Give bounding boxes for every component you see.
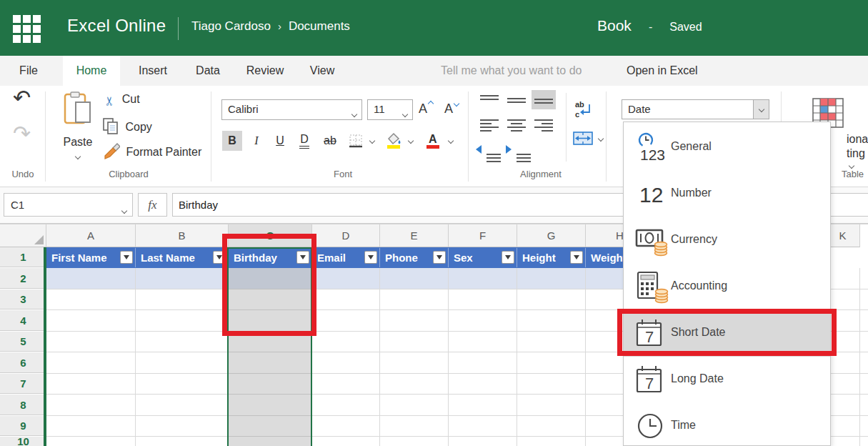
row-header-3[interactable]: 3 bbox=[0, 289, 46, 309]
font-name-combo[interactable]: Calibri bbox=[221, 99, 362, 120]
tab-review[interactable]: Review bbox=[240, 56, 290, 86]
app-header-bar: Excel Online Tiago Cardoso›Documents Boo… bbox=[0, 0, 868, 56]
table-header-label: Weight bbox=[591, 252, 627, 264]
filter-dropdown-button[interactable] bbox=[502, 251, 514, 264]
filter-dropdown-button[interactable] bbox=[570, 251, 583, 264]
merge-center-chevron-icon[interactable] bbox=[598, 136, 604, 142]
copy-button[interactable]: Copy bbox=[103, 118, 152, 134]
tab-insert[interactable]: Insert bbox=[130, 56, 176, 86]
align-center-button[interactable] bbox=[507, 117, 526, 132]
row-header-7[interactable]: 7 bbox=[0, 374, 46, 394]
fill-color-chevron-icon[interactable] bbox=[408, 138, 414, 144]
tab-home[interactable]: Home bbox=[63, 56, 120, 86]
undo-icon[interactable]: ↶ bbox=[13, 87, 31, 109]
table-header-cell[interactable]: Email bbox=[312, 247, 380, 268]
tab-view[interactable]: View bbox=[300, 56, 344, 86]
tab-data[interactable]: Data bbox=[187, 56, 229, 86]
menu-item-time[interactable]: Time bbox=[624, 403, 830, 446]
font-size-combo[interactable]: 11 bbox=[367, 99, 413, 120]
row-header-6[interactable]: 6 bbox=[0, 352, 46, 373]
menu-item-currency[interactable]: Currency bbox=[624, 217, 830, 264]
row-header-8[interactable]: 8 bbox=[0, 395, 46, 415]
app-launcher-icon[interactable] bbox=[13, 15, 41, 42]
tell-me-box[interactable]: Tell me what you want to do bbox=[441, 56, 582, 86]
font-color-button[interactable]: A bbox=[423, 131, 443, 151]
row-header-5[interactable]: 5 bbox=[0, 332, 46, 352]
table-header-label: Birthday bbox=[234, 252, 277, 264]
row-header-1[interactable]: 1 bbox=[0, 247, 46, 267]
document-title-area: Book - Saved bbox=[597, 17, 702, 34]
table-header-cell[interactable]: Birthday bbox=[229, 247, 312, 268]
format-painter-button[interactable]: Format Painter bbox=[103, 143, 201, 160]
filter-dropdown-button[interactable] bbox=[364, 251, 377, 264]
filter-dropdown-button[interactable] bbox=[433, 251, 446, 264]
align-bottom-button[interactable] bbox=[532, 90, 556, 109]
menu-item-general[interactable]: 123 General bbox=[624, 124, 830, 171]
increase-indent-button[interactable] bbox=[506, 145, 531, 162]
name-box-chevron-icon[interactable] bbox=[121, 208, 127, 214]
table-header-cell[interactable]: Last Name bbox=[136, 247, 229, 268]
underline-button[interactable]: U bbox=[271, 131, 289, 151]
borders-button[interactable] bbox=[346, 131, 365, 151]
tab-file[interactable]: File bbox=[11, 56, 46, 86]
paste-button[interactable]: Paste bbox=[59, 91, 97, 163]
strikethrough-button[interactable]: ab bbox=[319, 131, 341, 151]
column-header-G[interactable]: G bbox=[517, 224, 586, 247]
name-box[interactable]: C1 bbox=[4, 193, 133, 217]
fill-color-button[interactable] bbox=[384, 131, 404, 151]
column-header-C[interactable]: C bbox=[229, 224, 312, 247]
paste-dropdown-chevron-icon[interactable] bbox=[75, 154, 81, 159]
align-top-button[interactable] bbox=[480, 93, 499, 100]
select-all-corner[interactable] bbox=[0, 224, 46, 247]
select-all-triangle-icon bbox=[34, 235, 44, 244]
breadcrumb[interactable]: Tiago Cardoso›Documents bbox=[191, 19, 350, 34]
cut-button[interactable]: ✂ Cut bbox=[104, 93, 140, 109]
insert-function-button[interactable]: fx bbox=[138, 193, 167, 217]
open-in-excel-button[interactable]: Open in Excel bbox=[627, 56, 698, 86]
bold-button[interactable]: B bbox=[222, 131, 242, 151]
row-header-9[interactable]: 9 bbox=[0, 416, 46, 436]
align-middle-button[interactable] bbox=[507, 96, 526, 103]
column-header-B[interactable]: B bbox=[136, 224, 229, 247]
font-name-chevron-icon[interactable] bbox=[351, 112, 357, 117]
align-right-button[interactable] bbox=[534, 117, 553, 132]
table-header-cell[interactable]: Sex bbox=[449, 247, 517, 268]
merge-center-button[interactable] bbox=[573, 132, 593, 149]
shrink-font-button[interactable]: A bbox=[444, 101, 459, 117]
borders-chevron-icon[interactable] bbox=[369, 138, 375, 144]
menu-item-accounting[interactable]: Accounting bbox=[624, 264, 830, 310]
filter-dropdown-button[interactable] bbox=[213, 251, 226, 264]
table-header-cell[interactable]: Phone bbox=[380, 247, 449, 268]
column-header-D[interactable]: D bbox=[312, 224, 380, 247]
filter-triangle-icon bbox=[505, 255, 511, 259]
alignment-group-label: Alignment bbox=[498, 169, 584, 179]
font-size-chevron-icon[interactable] bbox=[402, 112, 408, 117]
breadcrumb-location[interactable]: Documents bbox=[289, 19, 350, 33]
breadcrumb-user[interactable]: Tiago Cardoso bbox=[191, 19, 271, 33]
number-format-combo[interactable]: Date bbox=[622, 99, 769, 119]
font-color-chevron-icon[interactable] bbox=[448, 138, 454, 144]
table-header-cell[interactable]: Height bbox=[517, 247, 586, 268]
number-format-chevron-icon[interactable] bbox=[753, 100, 769, 119]
table-header-cell[interactable]: First Name bbox=[46, 247, 136, 268]
conditional-formatting-label-clipped[interactable]: ional bbox=[847, 133, 868, 146]
menu-item-short-date[interactable]: 7 Short Date bbox=[624, 310, 830, 357]
column-header-F[interactable]: F bbox=[449, 224, 517, 247]
document-name[interactable]: Book bbox=[597, 17, 632, 34]
row-header-10[interactable]: 10 bbox=[0, 437, 46, 446]
menu-item-number[interactable]: 12 Number bbox=[624, 171, 830, 217]
filter-dropdown-button[interactable] bbox=[296, 251, 309, 264]
row-header-2[interactable]: 2 bbox=[0, 268, 46, 289]
menu-item-long-date[interactable]: 7 Long Date bbox=[624, 357, 830, 403]
double-underline-button[interactable]: D bbox=[295, 131, 314, 151]
column-header-E[interactable]: E bbox=[380, 224, 449, 247]
grow-font-button[interactable]: A bbox=[419, 101, 433, 117]
column-header-A[interactable]: A bbox=[46, 224, 136, 247]
selected-column-highlight[interactable] bbox=[229, 268, 311, 446]
filter-dropdown-button[interactable] bbox=[120, 251, 133, 264]
wrap-text-button[interactable]: ab c bbox=[574, 100, 593, 122]
decrease-indent-button[interactable] bbox=[476, 145, 501, 162]
align-left-button[interactable] bbox=[480, 117, 499, 132]
row-header-4[interactable]: 4 bbox=[0, 310, 46, 331]
italic-button[interactable]: I bbox=[248, 131, 265, 151]
